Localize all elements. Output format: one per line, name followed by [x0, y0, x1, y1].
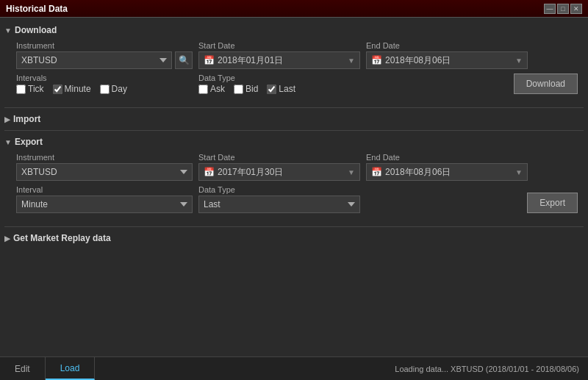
download-enddate-picker[interactable]: 📅 2018年08月06日 ▼	[366, 51, 528, 69]
export-enddate-value: 2018年08月06日	[385, 166, 512, 179]
tab-edit-label: Edit	[15, 364, 30, 374]
export-enddate-label: End Date	[366, 153, 528, 162]
download-enddate-group: End Date 📅 2018年08月06日 ▼	[366, 41, 528, 69]
import-arrow-icon: ▶	[4, 115, 10, 123]
bottom-bar: Edit Load Loading data... XBTUSD (2018/0…	[0, 356, 588, 380]
download-section-header[interactable]: ▼ Download	[4, 22, 584, 38]
datatype-bid-checkbox[interactable]	[234, 85, 243, 94]
import-section-header[interactable]: ▶ Import	[4, 111, 584, 127]
tab-edit[interactable]: Edit	[0, 357, 46, 380]
export-interval-group: Interval Minute Tick Day	[16, 185, 193, 213]
export-section-header[interactable]: ▼ Export	[4, 134, 584, 150]
download-startdate-value: 2018年01月01日	[218, 54, 345, 67]
import-section: ▶ Import	[4, 111, 584, 127]
download-enddate-label: End Date	[366, 41, 528, 50]
download-startdate-picker[interactable]: 📅 2018年01月01日 ▼	[198, 51, 360, 69]
calendar-icon: 📅	[204, 167, 215, 177]
download-startdate-label: Start Date	[198, 41, 360, 50]
download-datatype-group: Data Type Ask Bid Last	[198, 74, 360, 94]
export-enddate-dropdown-icon: ▼	[515, 168, 523, 176]
datatype-ask-checkbox[interactable]	[198, 85, 208, 94]
enddate-dropdown-icon: ▼	[515, 57, 523, 65]
datatype-last-label: Last	[279, 84, 295, 94]
download-startdate-group: Start Date 📅 2018年01月01日 ▼	[198, 41, 360, 69]
download-arrow-icon: ▼	[4, 26, 12, 35]
datatype-bid-item[interactable]: Bid	[234, 84, 258, 94]
download-btn-container: Download	[366, 74, 578, 94]
export-datatype-group: Data Type Last Ask Bid	[198, 185, 360, 213]
export-startdate-dropdown-icon: ▼	[348, 168, 355, 176]
export-section-label: Export	[15, 137, 43, 147]
datatype-ask-item[interactable]: Ask	[198, 84, 225, 94]
search-icon: 🔍	[179, 55, 190, 65]
interval-minute-checkbox[interactable]	[53, 85, 62, 94]
datatype-last-checkbox[interactable]	[267, 85, 276, 94]
import-section-label: Import	[13, 114, 40, 124]
download-intervals-group: Intervals Tick Minute Day	[16, 74, 193, 94]
interval-tick-label: Tick	[28, 84, 44, 94]
title-bar: Historical Data — □ ✕	[0, 0, 588, 18]
interval-tick-item[interactable]: Tick	[16, 84, 44, 94]
download-datatype-row: Ask Bid Last	[198, 84, 360, 94]
main-content: ▼ Download Instrument XBTUSD BTCUSD ETHU…	[0, 18, 588, 356]
tab-load-label: Load	[60, 363, 80, 373]
interval-minute-item[interactable]: Minute	[53, 84, 91, 94]
export-interval-label: Interval	[16, 185, 193, 194]
export-startdate-label: Start Date	[198, 153, 360, 162]
export-enddate-picker[interactable]: 📅 2018年08月06日 ▼	[366, 163, 528, 181]
datatype-bid-label: Bid	[245, 84, 258, 94]
download-intervals-row: Tick Minute Day	[16, 84, 193, 94]
export-top-row: Instrument XBTUSD BTCUSD ETHUSD Start Da…	[16, 153, 578, 181]
calendar-icon: 📅	[204, 55, 215, 65]
status-bar: Loading data... XBTUSD (2018/01/01 - 201…	[95, 357, 588, 380]
export-arrow-icon: ▼	[4, 138, 12, 146]
download-instrument-label: Instrument	[16, 41, 193, 50]
startdate-dropdown-icon: ▼	[348, 57, 355, 65]
market-replay-section-header[interactable]: ▶ Get Market Replay data	[4, 230, 584, 246]
export-startdate-picker[interactable]: 📅 2017年01月30日 ▼	[198, 163, 360, 181]
market-replay-section: ▶ Get Market Replay data	[4, 230, 584, 246]
interval-day-label: Day	[112, 84, 127, 94]
download-instrument-select[interactable]: XBTUSD BTCUSD ETHUSD	[16, 51, 172, 69]
download-datatype-label: Data Type	[198, 74, 360, 82]
export-datatype-label: Data Type	[198, 185, 360, 194]
market-replay-arrow-icon: ▶	[4, 234, 10, 243]
interval-tick-checkbox[interactable]	[16, 85, 26, 94]
download-section-label: Download	[15, 25, 57, 35]
export-instrument-group: Instrument XBTUSD BTCUSD ETHUSD	[16, 153, 193, 181]
tab-load[interactable]: Load	[46, 357, 96, 380]
export-button[interactable]: Export	[527, 193, 578, 213]
window-controls: — □ ✕	[544, 4, 582, 14]
download-bottom-row: Intervals Tick Minute Day	[16, 74, 578, 94]
export-section: ▼ Export Instrument XBTUSD BTCUSD ETHUSD…	[4, 134, 584, 223]
calendar-icon: 📅	[371, 167, 382, 177]
download-button[interactable]: Download	[514, 74, 578, 94]
download-instrument-group: Instrument XBTUSD BTCUSD ETHUSD 🔍	[16, 41, 193, 69]
datatype-last-item[interactable]: Last	[267, 84, 295, 94]
download-top-row: Instrument XBTUSD BTCUSD ETHUSD 🔍 Start …	[16, 41, 578, 69]
maximize-button[interactable]: □	[557, 4, 569, 14]
market-replay-section-label: Get Market Replay data	[13, 233, 111, 243]
datatype-ask-label: Ask	[210, 84, 225, 94]
interval-day-item[interactable]: Day	[100, 84, 127, 94]
export-instrument-label: Instrument	[16, 153, 193, 162]
close-button[interactable]: ✕	[570, 4, 582, 14]
export-startdate-value: 2017年01月30日	[218, 166, 345, 179]
export-section-content: Instrument XBTUSD BTCUSD ETHUSD Start Da…	[4, 150, 584, 223]
minimize-button[interactable]: —	[544, 4, 556, 14]
download-instrument-row: XBTUSD BTCUSD ETHUSD 🔍	[16, 51, 193, 69]
export-datatype-select[interactable]: Last Ask Bid	[198, 196, 360, 213]
interval-day-checkbox[interactable]	[100, 85, 110, 94]
export-bottom-row: Interval Minute Tick Day Data Type Last …	[16, 185, 578, 213]
download-section: ▼ Download Instrument XBTUSD BTCUSD ETHU…	[4, 22, 584, 104]
download-instrument-search-button[interactable]: 🔍	[175, 51, 193, 69]
export-enddate-group: End Date 📅 2018年08月06日 ▼	[366, 153, 528, 181]
download-section-content: Instrument XBTUSD BTCUSD ETHUSD 🔍 Start …	[4, 38, 584, 104]
export-instrument-select[interactable]: XBTUSD BTCUSD ETHUSD	[16, 163, 193, 181]
interval-minute-label: Minute	[65, 84, 91, 94]
status-text: Loading data... XBTUSD (2018/01/01 - 201…	[395, 365, 579, 373]
window-title: Historical Data	[6, 4, 68, 14]
export-btn-container: Export	[366, 193, 578, 213]
export-interval-select[interactable]: Minute Tick Day	[16, 196, 193, 213]
download-intervals-label: Intervals	[16, 74, 193, 82]
